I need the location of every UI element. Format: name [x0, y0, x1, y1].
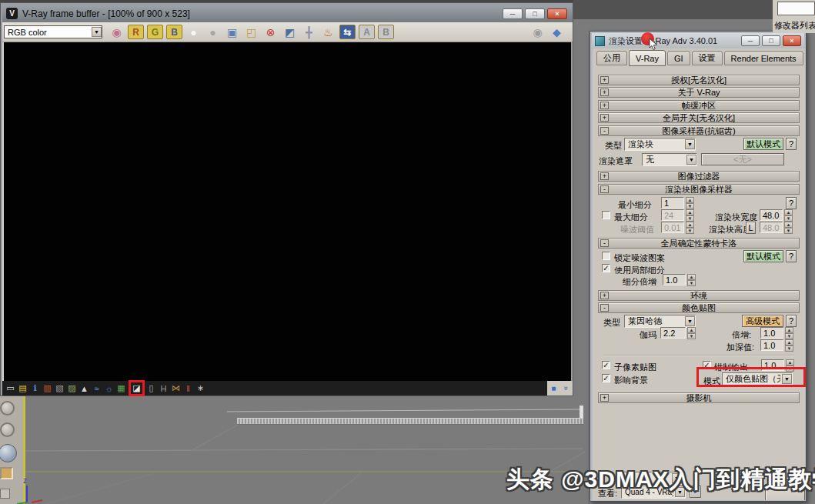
stop-render-icon[interactable]: ◉	[529, 25, 546, 40]
region-render-icon[interactable]: ■	[551, 384, 556, 392]
close-button[interactable]: ×	[783, 35, 801, 46]
film-strip-icon[interactable]: ▯	[145, 382, 157, 394]
histogram-icon[interactable]: ▥	[42, 382, 53, 394]
tab-v-ray[interactable]: V-Ray	[629, 50, 666, 66]
rollout-global-switches[interactable]: + 全局开关[无名汉化]	[598, 112, 800, 123]
channel-select[interactable]: RGB color ▼	[4, 25, 102, 38]
gamma-field[interactable]: 2.2	[660, 327, 686, 339]
minimize-button[interactable]: ─	[503, 8, 523, 19]
advanced-mode-button[interactable]: 高级模式	[742, 315, 783, 327]
spinner-control[interactable]: ▲▼	[784, 222, 793, 233]
render-mask-select[interactable]: 无 ▼	[642, 153, 697, 166]
spinner-control[interactable]: ▲▼	[686, 222, 694, 233]
compare-ab-icon[interactable]: ⇆	[339, 25, 356, 39]
background-image-icon[interactable]: ▦	[115, 382, 127, 394]
subpixel-checkbox[interactable]	[602, 361, 610, 369]
rollout-frame-buffer[interactable]: + 帧缓冲区	[598, 100, 800, 111]
rollout-image-sampler[interactable]: - 图像采样器(抗锯齿)	[598, 125, 800, 136]
tab-render-elements[interactable]: Render Elements	[724, 51, 803, 65]
name-input[interactable]	[777, 2, 815, 15]
duplicate-to-b-icon[interactable]: B	[378, 25, 394, 39]
tab--[interactable]: 设置	[692, 51, 723, 65]
mask-none-button[interactable]: <无>	[701, 153, 784, 165]
render-image-canvas[interactable]	[4, 42, 571, 381]
help-button[interactable]: ?	[786, 197, 797, 209]
expand-panel-icon[interactable]: »	[562, 386, 570, 391]
stereo-icon[interactable]: ‖	[182, 382, 194, 394]
collapse-icon[interactable]: -	[600, 127, 609, 135]
save-image-icon[interactable]: ▣	[224, 25, 240, 40]
expand-icon[interactable]: +	[600, 114, 609, 122]
help-button[interactable]: ?	[786, 315, 797, 327]
vray-render-icon[interactable]: ◆	[549, 25, 565, 40]
expand-icon[interactable]: +	[600, 88, 609, 96]
duplicate-to-a-icon[interactable]: A	[359, 25, 375, 39]
min-subdivs-field[interactable]: 1	[661, 197, 684, 209]
color-clamp-icon[interactable]: ▨	[66, 382, 78, 394]
blue-channel-toggle[interactable]: B	[166, 25, 182, 39]
spinner-control[interactable]: ▲▼	[784, 209, 793, 221]
curve-correction-icon[interactable]: ≈	[91, 382, 102, 394]
expand-icon[interactable]: +	[600, 292, 609, 299]
spinner-control[interactable]: ▲▼	[686, 209, 694, 221]
render-last-icon[interactable]: ♨	[320, 25, 336, 40]
load-image-icon[interactable]: ◰	[243, 25, 259, 40]
lut-correction-icon[interactable]: ☼	[103, 382, 115, 394]
rollout-bucket-sampler[interactable]: - 渲染块图像采样器	[598, 184, 800, 195]
frame-buffer-titlebar[interactable]: V V-Ray frame buffer - [100% of 900 x 52…	[2, 5, 573, 22]
maximize-button[interactable]: □	[762, 35, 780, 46]
expand-icon[interactable]: +	[600, 172, 609, 180]
help-button[interactable]: ?	[786, 138, 797, 150]
height-lock-button[interactable]: L	[746, 222, 756, 234]
rollout-dmc[interactable]: - 全局确定性蒙特卡洛	[598, 238, 800, 249]
white-channel-icon[interactable]: ●	[185, 25, 202, 40]
close-button[interactable]: ×	[547, 8, 567, 19]
default-mode-button[interactable]: 默认模式	[743, 138, 783, 150]
white-balance-icon[interactable]: ▧	[54, 382, 65, 394]
region-select-icon[interactable]: ▭	[5, 382, 16, 394]
tab-gi[interactable]: GI	[667, 51, 690, 65]
color-correction-book-icon[interactable]: ▤	[17, 382, 28, 394]
max-subdivs-checkbox[interactable]	[602, 211, 610, 219]
bucket-width-field[interactable]: 48.0	[760, 209, 783, 221]
help-button[interactable]: ?	[786, 250, 797, 262]
alpha-channel-icon[interactable]: ●	[205, 25, 221, 40]
sphere-tool-icon[interactable]	[0, 444, 17, 462]
expand-icon[interactable]: +	[600, 76, 609, 84]
bucket-height-field[interactable]: 48.0	[760, 222, 783, 233]
follow-mouse-icon[interactable]: ╋	[301, 25, 317, 40]
modifier-list-label[interactable]: 修改器列表	[774, 19, 815, 32]
dropdown-arrow-icon[interactable]: ▼	[92, 27, 102, 37]
display-colors-icon[interactable]: ▲	[78, 382, 90, 394]
burn-field[interactable]: 1.0	[760, 339, 783, 351]
expand-icon[interactable]: +	[600, 102, 609, 109]
expand-icon[interactable]: +	[600, 394, 609, 402]
track-mouse-icon[interactable]: ◩	[282, 25, 298, 40]
icc-profile-icon[interactable]: ∗	[195, 382, 206, 394]
sampler-type-select[interactable]: 渲染块 ▼	[624, 138, 696, 151]
maximize-button[interactable]: □	[525, 8, 545, 19]
spinner-control[interactable]: ▲▼	[785, 327, 793, 339]
default-mode-button[interactable]: 默认模式	[743, 250, 783, 262]
color-map-type-select[interactable]: 莱因哈德 ▼	[624, 315, 696, 328]
collapse-icon[interactable]: -	[600, 304, 609, 312]
dropdown-arrow-icon[interactable]: ▼	[685, 316, 695, 326]
rollout-license[interactable]: + 授权[无名汉化]	[598, 75, 800, 85]
spinner-control[interactable]: ▲▼	[687, 327, 696, 339]
local-subdivs-checkbox[interactable]	[602, 264, 610, 272]
tab--[interactable]: 公用	[596, 51, 627, 65]
max-subdivs-field[interactable]: 24	[661, 209, 684, 221]
render-setup-titlebar[interactable]: 渲染设置: V-Ray Adv 3.40.01 ─□×	[592, 33, 804, 48]
toolbar-round-icon[interactable]	[0, 401, 15, 416]
rollout-image-filter[interactable]: + 图像过滤器	[598, 171, 800, 182]
history-icon[interactable]: H	[158, 382, 169, 394]
spinner-control[interactable]: ▲▼	[687, 274, 696, 285]
spinner-control[interactable]: ▲▼	[686, 197, 694, 209]
rollout-environment[interactable]: + 环境	[598, 290, 800, 301]
collapse-icon[interactable]: -	[600, 185, 609, 193]
clear-image-icon[interactable]: ⊗	[262, 25, 279, 40]
pixel-info-icon[interactable]: ℹ	[29, 382, 41, 394]
multiplier-field[interactable]: 1.0	[760, 327, 783, 339]
rollout-color-mapping[interactable]: - 颜色贴图	[598, 302, 800, 313]
dropdown-arrow-icon[interactable]: ▼	[685, 139, 695, 149]
